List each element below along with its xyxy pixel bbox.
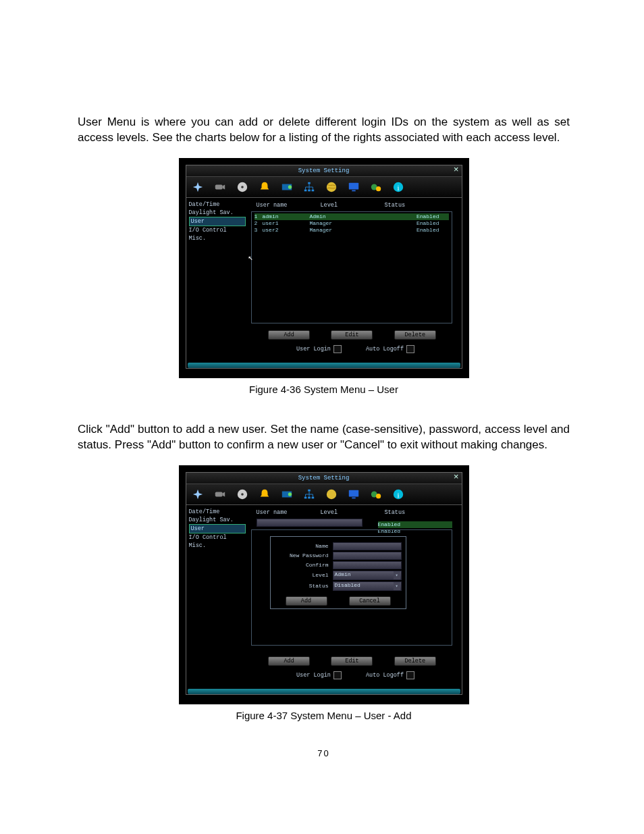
gears-icon[interactable]: [370, 488, 382, 500]
sidebar-item-io[interactable]: I/O Control: [189, 533, 250, 542]
table-row[interactable]: 1 admin Admin Enabled: [254, 213, 449, 220]
svg-rect-6: [308, 182, 311, 184]
level-select[interactable]: Admin▾: [333, 571, 402, 580]
svg-point-14: [376, 186, 381, 191]
sidebar-item-user[interactable]: User: [189, 217, 246, 226]
toolbar: i: [186, 177, 462, 198]
network-icon[interactable]: [303, 488, 315, 500]
sidebar-item-io[interactable]: I/O Control: [189, 226, 250, 234]
sidebar-item-misc[interactable]: Misc.: [189, 234, 250, 242]
label-confirm: Confirm: [275, 562, 333, 568]
auto-logoff-check[interactable]: Auto Logoff: [366, 345, 414, 353]
main-pane: User name Level Status Enabled Enabled E…: [250, 508, 462, 681]
svg-marker-0: [192, 182, 202, 192]
window-title: System Setting: [298, 167, 350, 174]
svg-rect-9: [311, 189, 314, 191]
col-header-user: User name: [257, 202, 321, 209]
svg-rect-24: [304, 496, 306, 498]
svg-rect-8: [308, 189, 311, 191]
monitor-icon[interactable]: [348, 488, 360, 500]
auto-logoff-check[interactable]: Auto Logoff: [366, 671, 414, 679]
svg-point-10: [326, 182, 336, 192]
svg-rect-25: [308, 496, 311, 498]
bottom-accent-bar: [188, 689, 460, 694]
gears-icon[interactable]: [370, 181, 382, 193]
dialog-cancel-button[interactable]: Cancel: [349, 596, 391, 606]
bell-icon[interactable]: [259, 488, 271, 500]
svg-point-3: [241, 186, 244, 188]
edit-button[interactable]: Edit: [331, 656, 373, 666]
col-header-level: Level: [321, 202, 385, 209]
svg-marker-17: [192, 490, 202, 499]
bell-icon[interactable]: [259, 181, 271, 193]
col-header-user: User name: [257, 509, 321, 516]
main-pane: User name Level Status 1 admin Admin Ena…: [250, 201, 462, 355]
svg-text:i: i: [397, 490, 399, 498]
sidebar-item-datetime[interactable]: Date/Time: [189, 508, 250, 516]
svg-point-27: [326, 490, 336, 499]
close-icon[interactable]: ×: [454, 165, 459, 175]
info-icon[interactable]: i: [392, 181, 404, 193]
dialog-add-button[interactable]: Add: [286, 596, 327, 606]
chevron-down-icon: ▾: [394, 571, 400, 579]
username-input-top[interactable]: [257, 519, 363, 527]
add-button[interactable]: Add: [268, 656, 310, 666]
svg-text:i: i: [397, 183, 399, 191]
svg-rect-11: [348, 183, 358, 190]
delete-button[interactable]: Delete: [394, 656, 436, 666]
svg-point-20: [241, 493, 244, 496]
svg-point-22: [288, 492, 291, 496]
globe-icon[interactable]: [325, 488, 338, 500]
close-icon[interactable]: ×: [454, 473, 459, 482]
table-row[interactable]: 2 user1 Manager Enabled: [254, 220, 449, 227]
sidebar: Date/Time Daylight Sav. User I/O Control…: [186, 201, 250, 355]
sidebar-item-user[interactable]: User: [189, 524, 246, 533]
add-button[interactable]: Add: [268, 330, 310, 340]
user-login-check[interactable]: User Login: [296, 671, 342, 679]
camera-icon[interactable]: [214, 181, 226, 193]
user-login-check[interactable]: User Login: [296, 345, 342, 353]
disc-icon[interactable]: [236, 181, 248, 193]
name-input[interactable]: [333, 542, 402, 550]
record-icon[interactable]: [281, 488, 293, 500]
toolbar: ↖ i: [186, 484, 462, 505]
chevron-down-icon: ▾: [394, 582, 400, 590]
label-status: Status: [275, 583, 333, 589]
disc-icon[interactable]: [236, 488, 248, 500]
sidebar-item-daylight[interactable]: Daylight Sav.: [189, 209, 250, 217]
status-select[interactable]: Disabled▾: [333, 581, 402, 591]
sparkle-icon[interactable]: [192, 181, 204, 193]
label-newpw: New Password: [275, 552, 333, 558]
record-icon[interactable]: [281, 181, 293, 193]
intro-paragraph-2: Click "Add" button to add a new user. Se…: [78, 422, 570, 453]
add-user-dialog: Name New Password Confirm LevelAdmin▾ St…: [270, 536, 406, 609]
col-header-status: Status: [385, 202, 460, 209]
figure-1-caption: Figure 4-36 System Menu – User: [78, 384, 570, 395]
confirm-input[interactable]: [333, 561, 402, 569]
network-icon[interactable]: [303, 181, 315, 193]
sparkle-icon[interactable]: [192, 488, 204, 500]
delete-button[interactable]: Delete: [394, 330, 436, 340]
svg-rect-23: [308, 490, 311, 492]
table-row[interactable]: 3 user2 Manager Enabled: [254, 227, 449, 234]
camera-icon[interactable]: [214, 488, 226, 500]
bottom-accent-bar: [188, 363, 460, 368]
cursor-icon: ↖: [24, 3, 28, 11]
globe-icon[interactable]: [325, 181, 338, 193]
sidebar-item-datetime[interactable]: Date/Time: [189, 201, 250, 209]
svg-rect-29: [352, 497, 355, 498]
label-level: Level: [275, 572, 333, 578]
sidebar-item-daylight[interactable]: Daylight Sav.: [189, 516, 250, 524]
user-list[interactable]: 1 admin Admin Enabled 2 user1 Manager En…: [251, 211, 452, 323]
intro-paragraph-1: User Menu is where you can add or delete…: [78, 115, 570, 146]
monitor-icon[interactable]: [348, 181, 360, 193]
page-number: 70: [78, 748, 570, 758]
sidebar-item-misc[interactable]: Misc.: [189, 542, 250, 550]
svg-rect-7: [304, 189, 306, 191]
edit-button[interactable]: Edit: [331, 330, 373, 340]
password-input[interactable]: [333, 552, 402, 560]
window-titlebar: System Setting ×: [186, 473, 462, 484]
svg-rect-18: [215, 492, 222, 496]
info-icon[interactable]: i: [392, 488, 404, 500]
figure-2-caption: Figure 4-37 System Menu – User - Add: [78, 710, 570, 721]
